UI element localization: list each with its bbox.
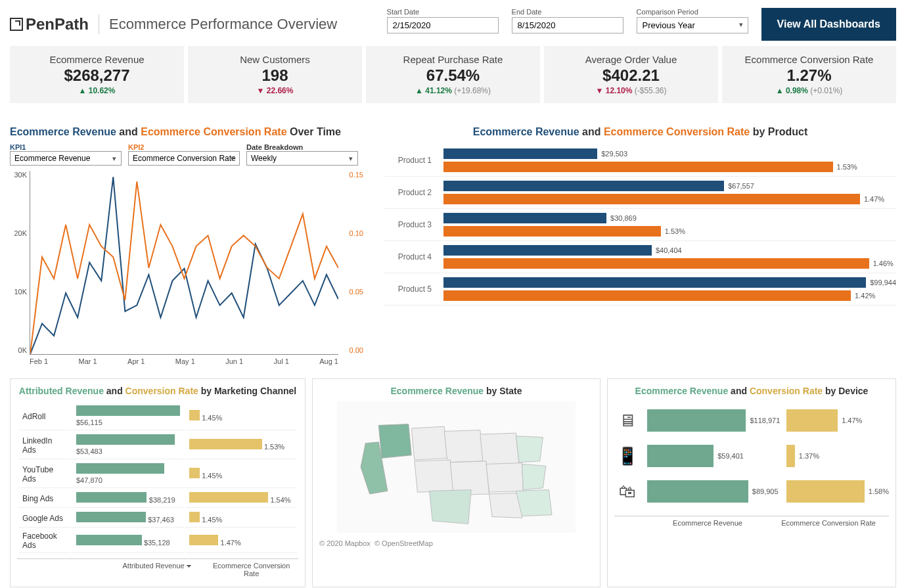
product-row[interactable]: Product 4 $40,404 1.46% — [384, 241, 896, 273]
kpi-value: 67.54% — [379, 66, 527, 85]
device-bar-chart[interactable]: 🖥 $118,971 1.47%📱 $59,401 1.37%🛍 $89,905… — [614, 409, 889, 503]
brand-name: PenPath — [26, 15, 89, 34]
kpi1-select[interactable] — [10, 151, 122, 166]
state-map[interactable] — [319, 401, 593, 533]
date-breakdown-select[interactable] — [246, 151, 358, 166]
device-chart-title: Ecommerce Revenue and Conversion Rate by… — [614, 386, 889, 396]
kpi-value: $268,277 — [23, 66, 171, 85]
logo-icon — [10, 18, 23, 31]
header-divider — [99, 14, 99, 34]
product-label: Product 2 — [384, 188, 437, 197]
device-row[interactable]: 🛍 $89,905 1.58% — [614, 480, 889, 503]
marketing-legend-revenue[interactable]: Attributed Revenue — [111, 559, 205, 580]
kpi-title: Ecommerce Revenue — [23, 54, 171, 65]
marketing-chart-title: Attributed Revenue and Conversion Rate b… — [17, 386, 298, 396]
kpi-title: Repeat Purchase Rate — [379, 54, 527, 65]
kpi-value: 198 — [201, 66, 349, 85]
kpi-delta: 12.10% (-$55.36) — [557, 86, 705, 95]
store-icon: 🛍 — [614, 482, 641, 502]
product-label: Product 5 — [384, 284, 437, 294]
state-chart-title: Ecommerce Revenue by State — [319, 386, 593, 396]
product-row[interactable]: Product 2 $67,557 1.47% — [384, 177, 896, 209]
kpi-delta: 22.66% — [201, 86, 349, 95]
desktop-icon: 🖥 — [614, 411, 641, 431]
kpi-title: New Customers — [201, 54, 349, 65]
kpi-title: Average Order Value — [557, 54, 705, 65]
mobile-icon: 📱 — [614, 446, 641, 466]
page-title: Ecommerce Performance Overview — [109, 16, 337, 33]
marketing-row[interactable]: YouTube Ads $47,870 1.45% — [18, 461, 297, 488]
marketing-row[interactable]: Facebook Ads $35,128 1.47% — [18, 529, 297, 553]
product-label: Product 3 — [384, 220, 437, 229]
marketing-bar-chart[interactable]: AdRoll $56,115 1.45%LinkedIn Ads $53,483… — [17, 401, 298, 554]
device-legend-conversion: Ecommerce Conversion Rate — [768, 516, 889, 530]
product-row[interactable]: Product 3 $30,869 1.53% — [384, 209, 896, 241]
product-chart-title: Ecommerce Revenue and Ecommerce Conversi… — [384, 126, 896, 138]
marketing-legend-conversion: Ecommerce Conversion Rate — [204, 559, 298, 580]
brand-logo: PenPath — [10, 15, 89, 34]
product-row[interactable]: Product 1 $29,503 1.53% — [384, 145, 896, 177]
product-label: Product 4 — [384, 252, 437, 261]
kpi-value: $402.21 — [557, 66, 705, 85]
start-date-label: Start Date — [387, 8, 499, 16]
marketing-row[interactable]: AdRoll $56,115 1.45% — [18, 403, 297, 430]
device-row[interactable]: 🖥 $118,971 1.47% — [614, 409, 889, 432]
overtime-line-chart[interactable]: 30K20K10K0K 0.150.100.050.00 — [30, 171, 338, 355]
end-date-input[interactable] — [512, 17, 623, 34]
overtime-chart-title: Ecommerce Revenue and Ecommerce Conversi… — [10, 126, 365, 138]
comparison-label: Comparison Period — [637, 8, 748, 16]
date-breakdown-label: Date Breakdown — [246, 143, 358, 151]
marketing-row[interactable]: Bing Ads $38,219 1.54% — [18, 489, 297, 508]
kpi-card[interactable]: Ecommerce Conversion Rate 1.27% 0.98% (+… — [722, 46, 896, 103]
comparison-select[interactable] — [637, 17, 748, 34]
kpi2-label: KPI2 — [128, 143, 240, 151]
end-date-label: End Date — [512, 8, 623, 16]
kpi-delta: 41.12% (+19.68%) — [379, 86, 527, 95]
kpi-delta: 0.98% (+0.01%) — [735, 86, 883, 95]
device-legend-revenue: Ecommerce Revenue — [647, 516, 768, 530]
kpi-delta: 10.62% — [23, 86, 171, 95]
kpi2-select[interactable] — [128, 151, 240, 166]
view-all-dashboards-button[interactable]: View All Dashboards — [761, 8, 896, 41]
map-attribution: © 2020 Mapbox © OpenStreetMap — [319, 539, 593, 547]
kpi1-label: KPI1 — [10, 143, 122, 151]
start-date-input[interactable] — [387, 17, 499, 34]
marketing-row[interactable]: Google Ads $37,463 1.45% — [18, 509, 297, 528]
kpi-card[interactable]: New Customers 198 22.66% — [188, 46, 362, 103]
kpi-card[interactable]: Repeat Purchase Rate 67.54% 41.12% (+19.… — [366, 46, 540, 103]
kpi-card[interactable]: Ecommerce Revenue $268,277 10.62% — [10, 46, 184, 103]
marketing-row[interactable]: LinkedIn Ads $53,483 1.53% — [18, 432, 297, 459]
product-row[interactable]: Product 5 $99,944 1.42% — [384, 273, 896, 305]
kpi-card[interactable]: Average Order Value $402.21 12.10% (-$55… — [544, 46, 718, 103]
device-row[interactable]: 📱 $59,401 1.37% — [614, 445, 889, 467]
product-label: Product 1 — [384, 156, 437, 165]
kpi-title: Ecommerce Conversion Rate — [735, 54, 883, 65]
product-bar-chart[interactable]: Product 1 $29,503 1.53% Product 2 $67,55… — [384, 145, 896, 305]
kpi-value: 1.27% — [735, 66, 883, 85]
